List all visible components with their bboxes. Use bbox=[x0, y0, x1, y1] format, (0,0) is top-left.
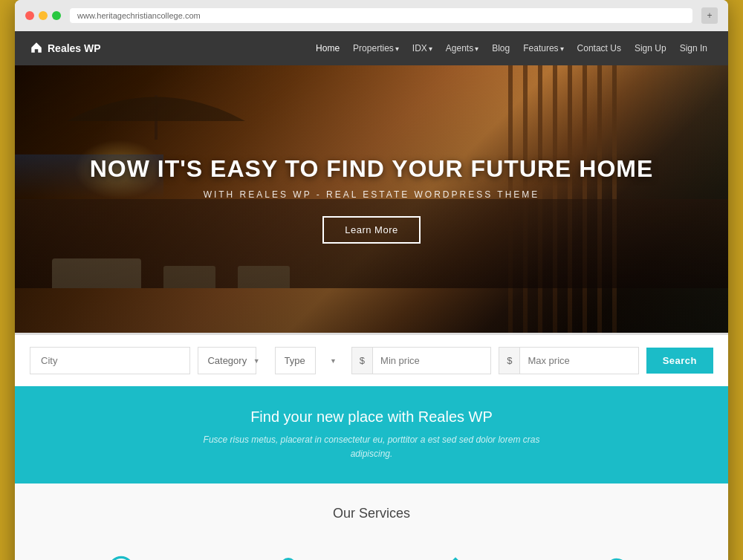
maximize-button[interactable] bbox=[52, 11, 61, 20]
close-button[interactable] bbox=[25, 11, 34, 20]
nav-contact[interactable]: Contact Us bbox=[571, 39, 627, 58]
brand-name: Reales WP bbox=[48, 42, 101, 54]
brand-logo[interactable]: Reales WP bbox=[30, 41, 101, 56]
nav-home[interactable]: Home bbox=[310, 39, 345, 58]
teal-banner-subtitle: Fusce risus metus, placerat in consectet… bbox=[186, 433, 557, 461]
hero-subtitle: WITH REALES WP - REAL ESTATE WORDPRESS T… bbox=[90, 189, 654, 200]
house-icon bbox=[433, 551, 478, 560]
nav-signin[interactable]: Sign In bbox=[674, 39, 713, 58]
location-pin-icon bbox=[99, 551, 143, 560]
min-price-group: $ bbox=[351, 347, 491, 374]
address-bar[interactable]: www.heritagechristiancollege.com bbox=[70, 8, 692, 23]
service-item-agents: We have agents with experience bbox=[212, 544, 364, 560]
services-grid: Find places anywhere in the world We hav… bbox=[45, 544, 698, 560]
hero-content: NOW IT'S EASY TO FIND YOUR FUTURE HOME W… bbox=[60, 154, 684, 243]
nav-signup[interactable]: Sign Up bbox=[629, 39, 672, 58]
services-section: Our Services Find places anywhere in the… bbox=[15, 484, 728, 560]
max-price-group: $ bbox=[499, 347, 638, 374]
min-price-input[interactable] bbox=[373, 348, 491, 374]
nav-properties[interactable]: Properties▾ bbox=[347, 39, 405, 58]
house-icon bbox=[30, 41, 43, 56]
browser-window: www.heritagechristiancollege.com + Reale… bbox=[15, 0, 728, 560]
type-select[interactable]: Type bbox=[275, 347, 316, 374]
search-button[interactable]: Search bbox=[646, 348, 713, 374]
max-currency-symbol: $ bbox=[499, 348, 520, 374]
browser-chrome: www.heritagechristiancollege.com + bbox=[15, 0, 728, 31]
services-title: Our Services bbox=[45, 506, 698, 521]
hero-section: NOW IT'S EASY TO FIND YOUR FUTURE HOME W… bbox=[15, 65, 728, 333]
cloud-upload-icon bbox=[600, 551, 645, 560]
nav-agents[interactable]: Agents▾ bbox=[440, 39, 484, 58]
teal-banner-title: Find your new place with Reales WP bbox=[45, 408, 698, 426]
service-item-location: Find places anywhere in the world bbox=[45, 544, 197, 560]
category-wrapper: Category bbox=[198, 347, 267, 374]
nav-features[interactable]: Features▾ bbox=[517, 39, 569, 58]
search-bar: Category Type $ $ Search bbox=[15, 333, 728, 386]
category-select[interactable]: Category bbox=[198, 347, 256, 374]
navbar-links: Home Properties▾ IDX▾ Agents▾ Blog Featu… bbox=[310, 39, 713, 58]
nav-blog[interactable]: Blog bbox=[486, 39, 516, 58]
minimize-button[interactable] bbox=[39, 11, 48, 20]
type-wrapper: Type bbox=[275, 347, 344, 374]
max-price-input[interactable] bbox=[520, 348, 638, 374]
min-currency-symbol: $ bbox=[352, 348, 373, 374]
expand-button[interactable]: + bbox=[701, 7, 718, 24]
navbar: Reales WP Home Properties▾ IDX▾ Agents▾ … bbox=[15, 31, 728, 65]
nav-idx[interactable]: IDX▾ bbox=[406, 39, 438, 58]
traffic-lights bbox=[25, 11, 61, 20]
city-input[interactable] bbox=[30, 347, 190, 374]
service-item-upload: With agent account you can list properti… bbox=[546, 544, 698, 560]
agent-person-icon bbox=[266, 551, 311, 560]
service-item-house: Buy or rent beautiful properties bbox=[379, 544, 531, 560]
learn-more-button[interactable]: Learn More bbox=[322, 216, 420, 244]
hero-title: NOW IT'S EASY TO FIND YOUR FUTURE HOME bbox=[90, 154, 654, 183]
teal-banner: Find your new place with Reales WP Fusce… bbox=[15, 386, 728, 484]
